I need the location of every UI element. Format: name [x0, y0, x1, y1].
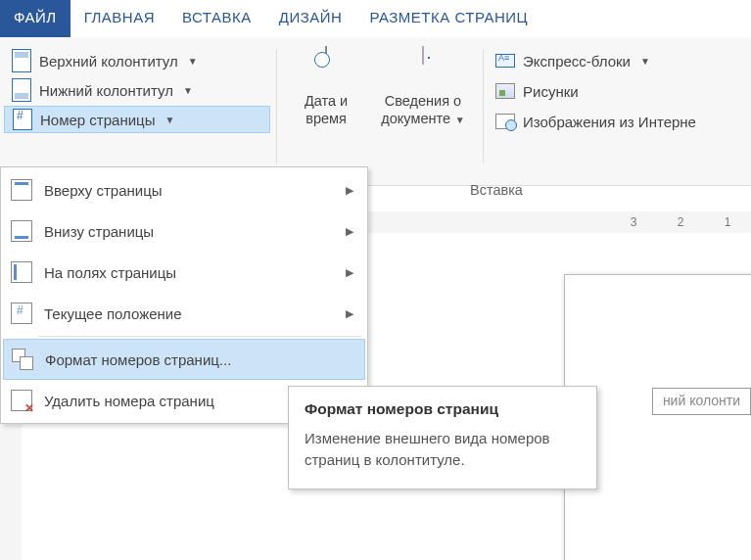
chevron-right-icon: ▶ [346, 184, 353, 197]
header-icon [12, 49, 31, 72]
pictures-label: Рисунки [523, 83, 579, 100]
current-position-icon [11, 303, 32, 324]
group-label-insert: Вставка [470, 182, 751, 198]
page-top-icon [11, 179, 32, 201]
tab-page-layout[interactable]: РАЗМЕТКА СТРАНИЦ [355, 0, 541, 37]
menu-label: На полях страницы [44, 264, 176, 281]
online-pictures-label: Изображения из Интерне [523, 114, 696, 130]
footer-icon [12, 78, 31, 102]
chevron-down-icon: ▼ [164, 115, 174, 125]
tooltip-format-page-numbers: Формат номеров страниц Изменение внешнег… [288, 386, 597, 490]
delete-icon [11, 390, 32, 411]
menu-bottom-of-page[interactable]: Внизу страницы ▶ [3, 210, 365, 252]
chevron-right-icon: ▶ [346, 266, 353, 279]
online-picture-icon [495, 114, 515, 129]
chevron-down-icon: ▼ [640, 56, 650, 67]
footer-dropdown[interactable]: Нижний колонтитул ▼ [4, 76, 270, 104]
date-time-label-1: Дата и [305, 92, 348, 110]
page-margins-icon [11, 261, 32, 283]
ruler-mark: 2 [677, 215, 684, 229]
ribbon: Верхний колонтитул ▼ Нижний колонтитул ▼… [0, 37, 751, 186]
tab-design[interactable]: ДИЗАЙН [265, 0, 356, 37]
menu-format-page-numbers[interactable]: Формат номеров страниц... [3, 339, 365, 380]
picture-icon [495, 83, 515, 99]
page-number-dropdown[interactable]: Номер страницы ▼ [4, 106, 270, 133]
tab-home[interactable]: ГЛАВНАЯ [70, 0, 168, 37]
doc-info-label-2: документе [381, 111, 450, 126]
chevron-down-icon: ▼ [183, 85, 193, 96]
quick-parts-dropdown[interactable]: Экспресс-блоки ▼ [490, 47, 702, 74]
chevron-right-icon: ▶ [346, 307, 353, 320]
calendar-clock-icon [325, 46, 327, 65]
chevron-down-icon: ▼ [188, 56, 198, 67]
format-icon [12, 349, 33, 370]
tooltip-body: Изменение внешнего вида номеров страниц … [305, 428, 581, 471]
menu-label: Текущее положение [44, 305, 182, 322]
chevron-right-icon: ▶ [346, 225, 353, 238]
menu-page-margins[interactable]: На полях страницы ▶ [3, 252, 365, 293]
menu-label: Вверху страницы [44, 182, 163, 199]
tab-file[interactable]: ФАЙЛ [0, 0, 70, 37]
building-blocks-icon [495, 54, 515, 68]
page-number-label: Номер страницы [40, 112, 155, 128]
separator [483, 49, 484, 163]
footer-label: Нижний колонтитул [39, 82, 173, 99]
menu-current-position[interactable]: Текущее положение ▶ [3, 293, 365, 334]
date-time-label-2: время [305, 110, 347, 127]
ruler-mark: 1 [724, 215, 731, 229]
chevron-down-icon: ▼ [452, 115, 465, 125]
date-time-button[interactable]: Дата и время [283, 43, 369, 185]
doc-info-icon [422, 46, 424, 65]
tooltip-title: Формат номеров страниц [305, 400, 581, 418]
page-bottom-icon [11, 220, 32, 242]
document-info-dropdown[interactable]: Сведения о документе ▼ [369, 43, 477, 185]
menu-separator [38, 336, 361, 337]
menu-label: Внизу страницы [44, 223, 154, 240]
tab-insert[interactable]: ВСТАВКА [168, 0, 265, 37]
header-footer-group: Верхний колонтитул ▼ Нижний колонтитул ▼… [4, 43, 270, 185]
doc-info-label-1: Сведения о [385, 92, 461, 110]
header-footer-tag: ний колонти [652, 388, 751, 415]
online-pictures-button[interactable]: Изображения из Интерне [490, 108, 702, 135]
separator [276, 49, 277, 163]
menu-label: Удалить номера страниц [44, 393, 214, 409]
ribbon-tab-strip: ФАЙЛ ГЛАВНАЯ ВСТАВКА ДИЗАЙН РАЗМЕТКА СТР… [0, 0, 751, 37]
quick-parts-label: Экспресс-блоки [523, 53, 631, 70]
header-dropdown[interactable]: Верхний колонтитул ▼ [4, 47, 270, 74]
pictures-button[interactable]: Рисунки [490, 77, 702, 105]
menu-top-of-page[interactable]: Вверху страницы ▶ [3, 169, 365, 210]
menu-label: Формат номеров страниц... [45, 351, 231, 368]
ruler-mark: 3 [630, 215, 637, 229]
header-label: Верхний колонтитул [39, 53, 178, 70]
insert-group-column: Экспресс-блоки ▼ Рисунки Изображения из … [490, 43, 702, 185]
page-number-icon [13, 109, 32, 130]
